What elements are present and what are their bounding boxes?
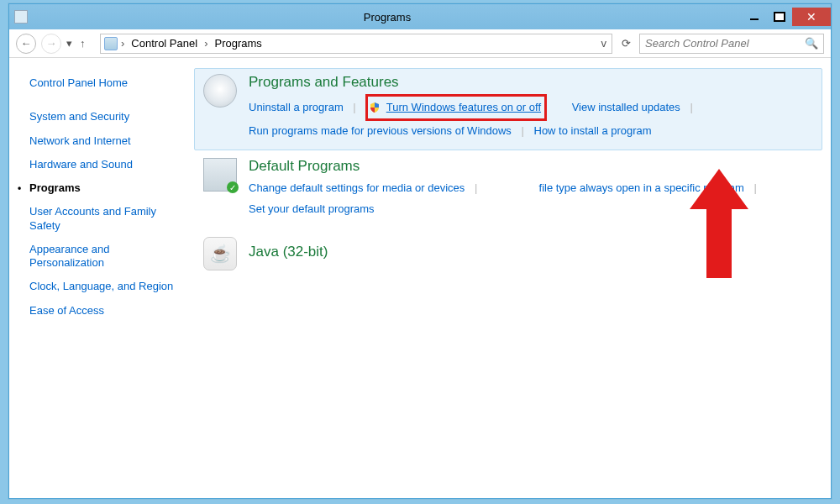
search-icon: 🔍 — [805, 37, 818, 50]
sidebar-item-network-internet[interactable]: Network and Internet — [29, 134, 194, 148]
link-view-installed-updates[interactable]: View installed updates — [572, 101, 680, 113]
up-button[interactable]: ↑ — [80, 37, 95, 50]
history-dropdown-icon[interactable]: ▾ — [66, 37, 75, 50]
maximize-button[interactable] — [767, 8, 792, 26]
link-turn-windows-features[interactable]: Turn Windows features on or off — [386, 101, 541, 113]
main-panel: Programs and Features Uninstall a progra… — [194, 58, 831, 498]
search-input[interactable] — [645, 37, 805, 50]
minimize-button[interactable] — [742, 8, 767, 26]
sidebar-item-clock-language[interactable]: Clock, Language, and Region — [29, 280, 194, 293]
uac-shield-icon — [370, 102, 380, 113]
sidebar-home[interactable]: Control Panel Home — [29, 76, 194, 90]
chevron-right-icon[interactable]: › — [119, 37, 126, 50]
link-how-to-install[interactable]: How to install a program — [534, 124, 652, 137]
category-links: Uninstall a program | Turn Windows featu… — [249, 94, 813, 141]
sidebar-item-system-security[interactable]: System and Security — [29, 110, 194, 123]
link-change-default-settings[interactable]: Change default settings for media or dev… — [249, 181, 465, 194]
address-dropdown-icon[interactable]: v — [600, 37, 609, 50]
category-title[interactable]: Programs and Features — [249, 74, 813, 91]
back-button[interactable]: ← — [16, 34, 36, 54]
control-panel-window: Programs ← → ▾ ↑ › Control Panel › Progr… — [8, 3, 832, 499]
sidebar: Control Panel Home System and Security N… — [9, 58, 194, 498]
control-panel-small-icon — [104, 37, 118, 50]
sidebar-item-user-accounts[interactable]: User Accounts and Family Safety — [29, 205, 172, 233]
default-programs-icon — [203, 158, 237, 192]
navigation-toolbar: ← → ▾ ↑ › Control Panel › Programs v ⟳ 🔍 — [9, 29, 831, 58]
forward-button: → — [41, 34, 61, 54]
search-box[interactable]: 🔍 — [639, 34, 824, 54]
link-run-previous-versions[interactable]: Run programs made for previous versions … — [249, 124, 512, 137]
sidebar-item-hardware-sound[interactable]: Hardware and Sound — [29, 158, 194, 171]
window-title: Programs — [33, 11, 742, 24]
control-panel-icon — [14, 10, 28, 24]
sidebar-item-ease-of-access[interactable]: Ease of Access — [29, 304, 194, 318]
category-java: Java (32-bit) — [194, 231, 822, 280]
breadcrumb-control-panel[interactable]: Control Panel — [128, 35, 201, 51]
titlebar: Programs — [9, 4, 831, 29]
sidebar-item-programs[interactable]: Programs — [29, 181, 194, 195]
programs-features-icon — [203, 74, 237, 108]
sidebar-item-appearance[interactable]: Appearance and Personalization — [29, 243, 172, 270]
content-area: Control Panel Home System and Security N… — [9, 58, 831, 498]
breadcrumb-programs[interactable]: Programs — [211, 35, 265, 51]
highlight-box: Turn Windows features on or off — [365, 94, 547, 121]
link-uninstall-program[interactable]: Uninstall a program — [249, 101, 344, 113]
category-title[interactable]: Default Programs — [249, 158, 813, 175]
link-make-file-type-open[interactable]: file type always open in a specific prog… — [539, 181, 744, 194]
address-bar[interactable]: › Control Panel › Programs v — [100, 34, 612, 54]
close-button[interactable] — [792, 8, 831, 26]
java-icon — [203, 237, 237, 270]
category-links: Change default settings for media or dev… — [249, 178, 813, 219]
chevron-right-icon[interactable]: › — [202, 37, 209, 50]
window-buttons — [742, 8, 831, 26]
category-default-programs: Default Programs Change default settings… — [194, 152, 822, 228]
refresh-button[interactable]: ⟳ — [617, 35, 634, 52]
link-set-default-programs[interactable]: Set your default programs — [249, 202, 375, 215]
category-title[interactable]: Java (32-bit) — [249, 244, 813, 260]
category-programs-features: Programs and Features Uninstall a progra… — [194, 68, 822, 150]
